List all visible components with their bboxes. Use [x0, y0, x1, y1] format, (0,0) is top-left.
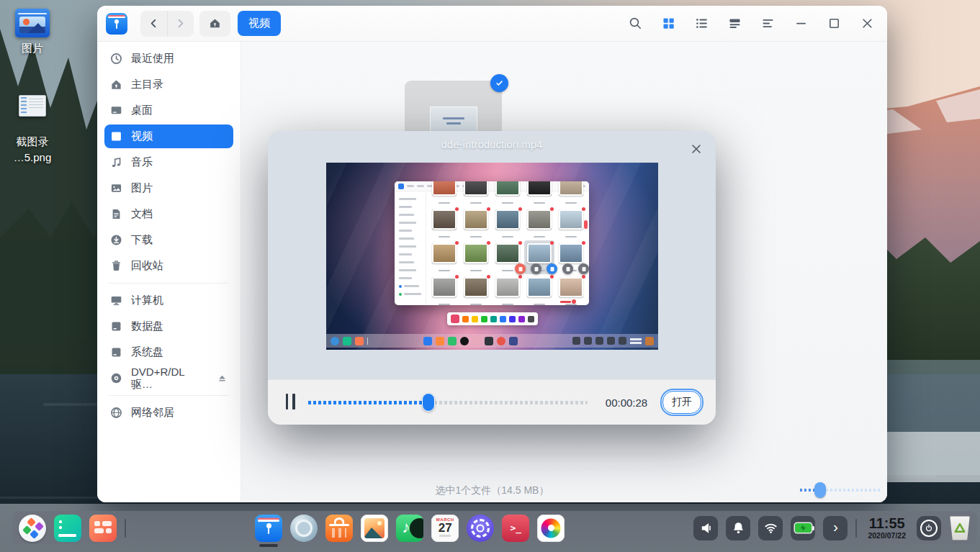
sidebar-item-videos[interactable]: 视频 [104, 125, 233, 148]
sidebar-item-computer[interactable]: 计算机 [104, 289, 233, 312]
dialog-title: dde-introduction.mp4 [268, 138, 716, 150]
video-content-thumbnail [493, 181, 523, 207]
sidebar-item-music[interactable]: 音乐 [104, 150, 233, 174]
sidebar-item-pictures[interactable]: 图片 [104, 176, 233, 200]
document-icon [110, 208, 122, 220]
sidebar-item-home[interactable]: 主目录 [104, 73, 233, 96]
open-button[interactable]: 打开 [662, 391, 701, 414]
dialog-close-icon[interactable] [688, 141, 704, 157]
desktop-icon-label: 图片 [0, 42, 65, 55]
sidebar-item-label: 数据盘 [131, 320, 163, 333]
sidebar-item-downloads[interactable]: 下载 [104, 228, 233, 252]
seek-thumb[interactable] [422, 393, 435, 412]
icon-size-slider[interactable] [800, 482, 881, 498]
video-content-thumbnail [524, 181, 554, 207]
desktop-icon-screenshot[interactable]: 截图录 …5.png [0, 95, 65, 166]
video-content-action-buttons [515, 263, 589, 274]
active-app-indicator [259, 544, 278, 547]
desktop-icon-pictures[interactable]: 图片 [0, 9, 65, 55]
sidebar-item-recent[interactable]: 最近使用 [104, 47, 233, 71]
dock-calendar-icon[interactable]: MARCH 27 [431, 515, 459, 542]
video-content-thumbnail [493, 207, 523, 240]
disk-icon [110, 320, 122, 332]
video-content-thumbnail [461, 181, 491, 207]
sidebar-item-documents[interactable]: 文档 [104, 202, 233, 226]
sidebar-item-desktop[interactable]: 桌面 [104, 99, 233, 122]
video-content-thumbnail [429, 240, 459, 274]
dock-draw-icon[interactable] [537, 515, 565, 542]
dock-clock[interactable]: 11:55 2020/07/22 [868, 516, 906, 540]
clock-time: 11:55 [868, 516, 906, 530]
dock-browser-icon[interactable] [290, 515, 318, 542]
home-button[interactable] [199, 11, 230, 37]
sidebar-item-label: 视频 [131, 130, 153, 143]
selection-status-text: 选中1个文件（14.5 MB） [436, 484, 549, 497]
close-icon[interactable] [860, 17, 874, 30]
disk-icon [110, 346, 122, 358]
sidebar-item-trash[interactable]: 回收站 [104, 254, 233, 278]
list-view-icon[interactable] [695, 17, 709, 30]
sidebar-item-label: 最近使用 [131, 52, 174, 65]
forward-button[interactable] [167, 11, 194, 37]
dock-separator [855, 519, 857, 538]
desktop-icon [110, 104, 122, 117]
sidebar-item-system-disk[interactable]: 系统盘 [104, 340, 233, 364]
sidebar-item-label: 桌面 [131, 104, 153, 117]
desktop-icon-label-line1: 截图录 [0, 134, 65, 150]
dock-image-viewer-icon[interactable] [361, 515, 388, 542]
launcher-icon[interactable] [19, 515, 46, 542]
sidebar-separator [109, 283, 229, 284]
playback-controls: 00:00:28 打开 [268, 379, 716, 425]
volume-icon[interactable] [693, 516, 718, 540]
dock-control-center-icon[interactable] [467, 515, 494, 542]
dock-app-store-icon[interactable] [325, 515, 353, 542]
multitasking-view-icon[interactable] [89, 515, 117, 542]
sidebar-item-label: 回收站 [131, 259, 163, 273]
download-icon [110, 234, 122, 246]
video-content-thumbnail [461, 207, 491, 240]
launcher-panel-icon[interactable] [54, 515, 81, 542]
video-content-thumbnail [429, 181, 459, 207]
video-content-thumbnail [461, 240, 491, 274]
titlebar[interactable]: 视频 [97, 6, 887, 42]
sidebar-item-data-disk[interactable]: 数据盘 [104, 315, 233, 338]
statusbar: 选中1个文件（14.5 MB） [97, 479, 887, 502]
dock-music-icon[interactable]: ♪ [396, 515, 423, 542]
eject-icon[interactable] [217, 373, 228, 384]
desktop-icon-label-line2: …5.png [0, 150, 65, 166]
search-icon[interactable] [629, 17, 642, 30]
desktop: 图片 截图录 …5.png 视频 [0, 0, 980, 552]
tray-expand-icon[interactable]: › [823, 516, 848, 540]
detail-view-icon[interactable] [728, 17, 742, 30]
sidebar-separator [109, 395, 229, 396]
sidebar-item-network[interactable]: 网络邻居 [104, 401, 233, 425]
pause-icon[interactable] [282, 394, 298, 411]
dock-terminal-icon[interactable]: >_ [502, 515, 529, 542]
clock-icon [110, 53, 122, 65]
dock: ♪ MARCH 27 >_ › 11:55 2020/07/22 [12, 511, 977, 545]
sidebar-item-dvd-drive[interactable]: DVD+R/DL 驱… [104, 366, 233, 390]
minimize-icon[interactable] [794, 17, 808, 30]
back-button[interactable] [140, 11, 167, 37]
tab-videos[interactable]: 视频 [238, 11, 281, 36]
video-content-window [395, 181, 589, 305]
computer-icon [110, 294, 122, 307]
sidebar: 最近使用主目录桌面视频音乐图片文档下载回收站计算机数据盘系统盘DVD+R/DL … [97, 42, 241, 502]
notification-icon[interactable] [726, 516, 750, 540]
video-content-thumbnail [429, 207, 459, 240]
power-icon[interactable] [917, 516, 941, 540]
grid-view-icon[interactable] [662, 17, 675, 30]
screenshot-thumbnail-icon [19, 95, 46, 117]
menu-icon[interactable] [761, 17, 775, 30]
seek-bar[interactable] [308, 393, 588, 412]
video-icon [110, 130, 122, 142]
video-content-thumbnail [556, 207, 586, 240]
battery-icon[interactable] [791, 516, 815, 540]
nav-buttons [140, 11, 194, 37]
maximize-icon[interactable] [827, 17, 841, 30]
dock-trash-icon[interactable] [949, 516, 971, 540]
dock-file-manager-icon[interactable] [255, 515, 282, 542]
file-manager-app-icon [106, 13, 127, 35]
wifi-icon[interactable] [758, 516, 783, 540]
sidebar-item-label: 主目录 [131, 78, 163, 91]
